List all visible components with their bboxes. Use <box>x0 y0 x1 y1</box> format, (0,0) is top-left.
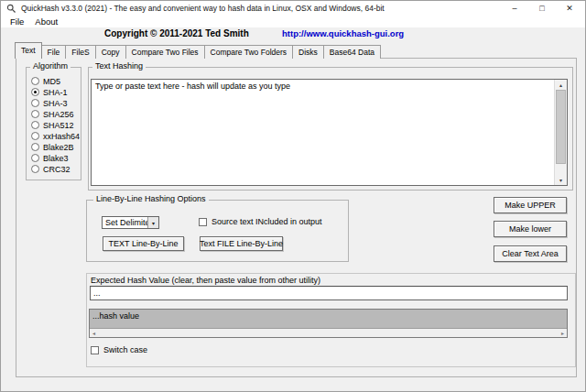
radio-label: SHA-3 <box>43 99 68 108</box>
radio-md5[interactable]: MD5 <box>31 77 80 85</box>
radio-icon <box>31 77 39 85</box>
radio-icon <box>31 132 39 140</box>
caption-buttons: – □ ✕ <box>501 1 583 16</box>
radio-icon <box>31 99 39 107</box>
radio-label: MD5 <box>43 77 60 86</box>
tab-bar: Text File FileS Copy Compare Two Files C… <box>15 42 381 59</box>
radio-crc32[interactable]: CRC32 <box>31 165 80 173</box>
text-hashing-groupbox-label: Text Hashing <box>92 61 146 71</box>
checkbox-label: Source text INcluded in output <box>212 217 322 226</box>
dropdown-value: Set Delimiter <box>105 217 153 228</box>
tab-base64-data[interactable]: Base64 Data <box>323 45 381 59</box>
window-title: QuickHash v3.3.0 (2021) - The easy and c… <box>21 4 385 13</box>
radio-icon <box>31 121 39 129</box>
menu-item-file[interactable]: File <box>5 16 29 27</box>
radio-icon <box>31 154 39 162</box>
radio-sha-3[interactable]: SHA-3 <box>31 99 80 107</box>
radio-xxhash64[interactable]: xxHash64 <box>31 132 80 140</box>
hash-result-grid[interactable]: ...hash value ◂ ▸ <box>89 309 568 338</box>
vertical-scrollbar[interactable]: ▴ ▾ <box>554 80 567 185</box>
text-file-line-by-line-button[interactable]: Text FILE Line-By-Line <box>200 236 283 251</box>
set-delimiter-dropdown[interactable]: Set Delimiter ▾ <box>102 216 159 229</box>
make-lower-button[interactable]: Make lower <box>494 221 567 237</box>
tab-text[interactable]: Text <box>15 42 42 59</box>
tab-file[interactable]: File <box>41 45 67 59</box>
tab-copy[interactable]: Copy <box>95 45 126 59</box>
scrollbar-thumb[interactable] <box>556 90 566 164</box>
menu-bar: File About <box>1 16 585 27</box>
switch-case-checkbox[interactable]: Switch case <box>91 345 147 354</box>
algorithm-radio-list: MD5 SHA-1 SHA-3 SHA256 SHA512 xxHash64 B… <box>31 77 80 173</box>
checkbox-label: Switch case <box>103 345 147 354</box>
include-source-checkbox[interactable]: Source text INcluded in output <box>199 217 322 226</box>
copyright-text: Copyright © 2011-2021 Ted Smith <box>104 28 249 38</box>
line-by-line-groupbox <box>86 200 349 262</box>
tab-files[interactable]: FileS <box>65 45 95 59</box>
scroll-down-icon[interactable]: ▾ <box>555 175 567 185</box>
make-upper-button[interactable]: Make UPPER <box>494 197 567 213</box>
radio-label: SHA512 <box>43 121 74 130</box>
title-bar: QuickHash v3.3.0 (2021) - The easy and c… <box>1 1 585 16</box>
text-line-by-line-button[interactable]: TEXT Line-By-Line <box>103 236 184 251</box>
radio-sha-1[interactable]: SHA-1 <box>31 88 80 96</box>
radio-icon <box>31 143 39 151</box>
line-by-line-groupbox-label: Line-By-Line Hashing Options <box>93 194 209 204</box>
radio-blake2b[interactable]: Blake2B <box>31 143 80 151</box>
menu-item-about[interactable]: About <box>29 16 63 27</box>
minimize-icon[interactable]: – <box>501 1 528 16</box>
hash-value-cell[interactable]: ...hash value <box>90 310 567 329</box>
tab-compare-two-folders[interactable]: Compare Two Folders <box>204 45 293 59</box>
radio-label: Blake3 <box>43 154 69 163</box>
horizontal-scrollbar[interactable]: ◂ ▸ <box>90 329 567 337</box>
clear-text-area-button[interactable]: Clear Text Area <box>494 245 567 262</box>
quickhash-window: QuickHash v3.3.0 (2021) - The easy and c… <box>0 0 586 392</box>
radio-label: SHA256 <box>43 110 74 119</box>
radio-icon <box>31 110 39 118</box>
chevron-down-icon[interactable]: ▾ <box>147 217 158 228</box>
close-icon[interactable]: ✕ <box>556 1 583 16</box>
algorithm-groupbox-label: Algorithm <box>30 61 71 71</box>
tab-disks[interactable]: Disks <box>292 45 324 59</box>
scroll-up-icon[interactable]: ▴ <box>555 80 567 90</box>
radio-label: CRC32 <box>43 165 71 174</box>
scroll-right-icon[interactable]: ▸ <box>561 329 564 337</box>
text-input-content: Type or paste text here - hash will upda… <box>92 80 567 93</box>
radio-label: xxHash64 <box>43 132 80 141</box>
app-magnifier-icon <box>6 4 16 14</box>
radio-sha512[interactable]: SHA512 <box>31 121 80 129</box>
tab-compare-two-files[interactable]: Compare Two Files <box>125 45 205 59</box>
checkbox-icon <box>91 346 99 354</box>
text-input-area[interactable]: Type or paste text here - hash will upda… <box>91 79 568 186</box>
maximize-icon[interactable]: □ <box>528 1 556 16</box>
radio-icon <box>31 165 39 173</box>
checkbox-icon <box>199 218 207 226</box>
radio-sha256[interactable]: SHA256 <box>31 110 80 118</box>
radio-icon <box>31 88 39 96</box>
scroll-left-icon[interactable]: ◂ <box>92 329 95 337</box>
website-link[interactable]: http://www.quickhash-gui.org <box>282 28 404 38</box>
expected-hash-input[interactable]: ... <box>90 286 568 300</box>
radio-blake3[interactable]: Blake3 <box>31 154 80 162</box>
expected-hash-label: Expected Hash Value (clear, then paste v… <box>91 276 320 285</box>
radio-label: Blake2B <box>43 143 74 152</box>
radio-label: SHA-1 <box>43 88 68 97</box>
